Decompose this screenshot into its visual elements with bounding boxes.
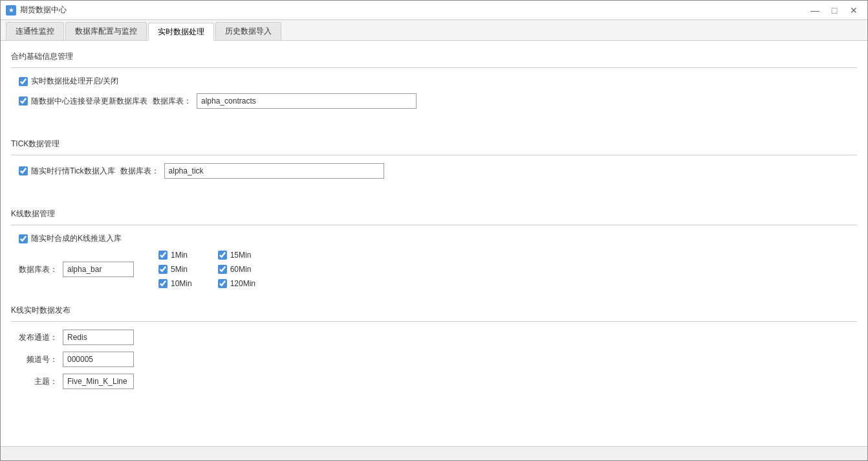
kline-db-input[interactable] bbox=[63, 262, 134, 277]
spacer1 bbox=[11, 122, 857, 135]
main-content: 合约基础信息管理 实时数据批处理开启/关闭 随数据中心连接登录更新数据库表 数据… bbox=[1, 41, 867, 446]
kline-checkbox-grid: 1Min 5Min 10Min bbox=[158, 251, 255, 288]
contract-checkbox1-label[interactable]: 实时数据批处理开启/关闭 bbox=[19, 76, 118, 87]
kline-row2: 数据库表： 1Min 5Min bbox=[19, 251, 849, 288]
tick-divider bbox=[11, 155, 857, 155]
kline-1min-label[interactable]: 1Min bbox=[158, 251, 192, 260]
kline-60min[interactable] bbox=[218, 265, 227, 274]
contract-checkbox2-label[interactable]: 随数据中心连接登录更新数据库表 bbox=[19, 96, 147, 107]
publish-channel-label: 发布通道： bbox=[19, 332, 58, 343]
kline-checkbox1[interactable] bbox=[19, 234, 28, 243]
contract-db-input[interactable] bbox=[197, 93, 417, 109]
kline-body: 随实时合成的K线推送入库 数据库表： 1Min bbox=[11, 231, 857, 301]
main-window: ★ 期货数据中心 — □ ✕ 连通性监控 数据库配置与监控 实时数据处理 历史数… bbox=[0, 0, 868, 461]
kline-120min[interactable] bbox=[218, 279, 227, 288]
publish-channel-input[interactable] bbox=[63, 330, 134, 345]
contract-section: 合约基础信息管理 实时数据批处理开启/关闭 随数据中心连接登录更新数据库表 数据… bbox=[11, 47, 857, 122]
tab-realtime[interactable]: 实时数据处理 bbox=[148, 23, 214, 41]
kline-section: K线数据管理 随实时合成的K线推送入库 数据库表： bbox=[11, 205, 857, 301]
tick-body: 随实时行情Tick数据入库 数据库表： bbox=[11, 161, 857, 192]
kline-section-title: K线数据管理 bbox=[11, 205, 857, 222]
tick-checkbox1-label[interactable]: 随实时行情Tick数据入库 bbox=[19, 166, 115, 177]
tab-connectivity[interactable]: 连通性监控 bbox=[6, 22, 64, 40]
contract-checkbox1[interactable] bbox=[19, 77, 28, 86]
tick-section-title: TICK数据管理 bbox=[11, 135, 857, 152]
kline-10min-label[interactable]: 10Min bbox=[158, 279, 192, 288]
tick-section: TICK数据管理 随实时行情Tick数据入库 数据库表： bbox=[11, 135, 857, 192]
contract-row2: 随数据中心连接登录更新数据库表 数据库表： bbox=[19, 93, 849, 109]
maximize-button[interactable]: □ bbox=[826, 4, 843, 17]
tick-db-label: 数据库表： bbox=[120, 166, 159, 177]
tick-checkbox1[interactable] bbox=[19, 166, 28, 175]
kline-15min-label[interactable]: 15Min bbox=[218, 251, 255, 260]
contract-db-label: 数据库表： bbox=[153, 96, 191, 107]
title-controls: — □ ✕ bbox=[807, 4, 862, 17]
app-icon: ★ bbox=[6, 5, 16, 16]
window-title: 期货数据中心 bbox=[20, 5, 67, 16]
tab-db-config[interactable]: 数据库配置与监控 bbox=[65, 22, 147, 40]
tab-bar: 连通性监控 数据库配置与监控 实时数据处理 历史数据导入 bbox=[1, 20, 867, 41]
title-bar-left: ★ 期货数据中心 bbox=[6, 5, 67, 16]
publish-section: K线实时数据发布 发布通道： 频道号： 主题： bbox=[11, 301, 857, 402]
kline-10min[interactable] bbox=[158, 279, 168, 288]
publish-freq-row: 频道号： bbox=[19, 352, 849, 367]
kline-checkboxes-left: 1Min 5Min 10Min bbox=[158, 251, 192, 288]
contract-divider bbox=[11, 67, 857, 68]
publish-channel-row: 发布通道： bbox=[19, 330, 849, 345]
kline-5min-label[interactable]: 5Min bbox=[158, 265, 192, 274]
tick-row1: 随实时行情Tick数据入库 数据库表： bbox=[19, 163, 849, 179]
kline-60min-label[interactable]: 60Min bbox=[218, 265, 255, 274]
kline-1min[interactable] bbox=[158, 251, 168, 260]
tab-history[interactable]: 历史数据导入 bbox=[215, 22, 281, 40]
close-button[interactable]: ✕ bbox=[845, 4, 862, 17]
kline-5min[interactable] bbox=[158, 265, 168, 274]
status-bar bbox=[1, 446, 867, 460]
kline-checkboxes-right: 15Min 60Min 120Min bbox=[218, 251, 255, 288]
publish-freq-input[interactable] bbox=[63, 352, 134, 367]
kline-15min[interactable] bbox=[218, 251, 227, 260]
publish-section-title: K线实时数据发布 bbox=[11, 301, 857, 319]
publish-topic-label: 主题： bbox=[19, 376, 58, 387]
kline-checkboxes: 1Min 5Min 10Min bbox=[158, 251, 255, 288]
kline-divider bbox=[11, 225, 857, 225]
publish-body: 发布通道： 频道号： 主题： bbox=[11, 327, 857, 402]
contract-body: 实时数据批处理开启/关闭 随数据中心连接登录更新数据库表 数据库表： bbox=[11, 73, 857, 122]
publish-topic-row: 主题： bbox=[19, 374, 849, 389]
kline-db-label: 数据库表： bbox=[19, 264, 58, 275]
publish-freq-label: 频道号： bbox=[19, 354, 58, 365]
kline-row1: 随实时合成的K线推送入库 bbox=[19, 233, 849, 244]
spacer2 bbox=[11, 192, 857, 205]
kline-120min-label[interactable]: 120Min bbox=[218, 279, 255, 288]
kline-checkbox1-label[interactable]: 随实时合成的K线推送入库 bbox=[19, 233, 122, 244]
tick-db-input[interactable] bbox=[164, 163, 384, 179]
contract-checkbox2[interactable] bbox=[19, 96, 28, 106]
title-bar: ★ 期货数据中心 — □ ✕ bbox=[1, 1, 867, 20]
publish-topic-input[interactable] bbox=[63, 374, 134, 389]
contract-section-title: 合约基础信息管理 bbox=[11, 47, 857, 65]
publish-divider bbox=[11, 321, 857, 322]
contract-row1: 实时数据批处理开启/关闭 bbox=[19, 76, 849, 87]
minimize-button[interactable]: — bbox=[807, 4, 823, 17]
